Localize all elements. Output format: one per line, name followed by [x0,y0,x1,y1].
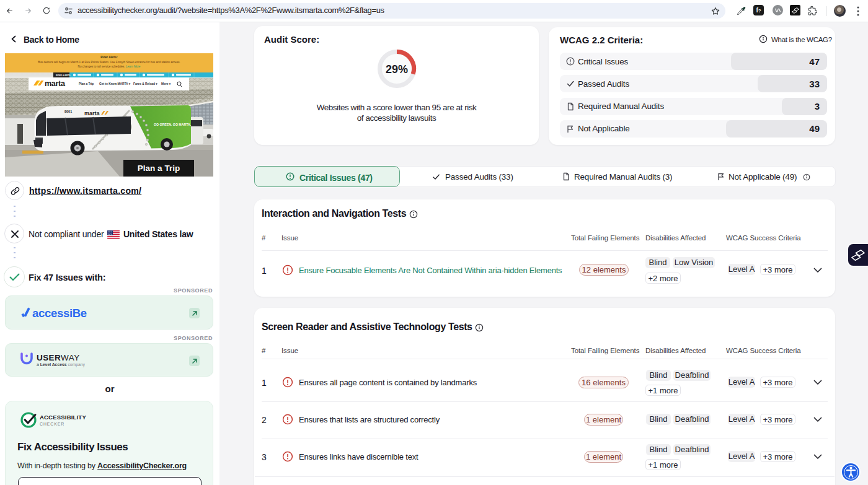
svg-text:Plan a Trip: Plan a Trip [138,164,180,173]
svg-text:a Level Access company: a Level Access company [37,362,86,367]
svg-text:CHECKER: CHECKER [40,422,64,426]
svg-text:USERWAY: USERWAY [37,353,80,362]
svg-text:8001: 8001 [64,110,72,113]
svg-text:Plan a Trip: Plan a Trip [79,82,94,85]
svg-text:accessiBe: accessiBe [32,307,87,320]
svg-text:RIDER ALERTS: RIDER ALERTS [56,74,70,77]
svg-text:Fares & Reload ▾: Fares & Reload ▾ [133,82,157,85]
svg-text:No changes to rail service sch: No changes to rail service schedules. Le… [78,65,141,68]
svg-text:Bus detours will begin on Marc: Bus detours will begin on March 1 at Fiv… [38,61,180,64]
svg-text:marta: marta [45,79,66,88]
svg-text:Get to Know MARTA ▾: Get to Know MARTA ▾ [99,82,131,85]
svg-text:ACCESSIBILITY: ACCESSIBILITY [40,414,86,421]
svg-text:marta: marta [84,110,100,116]
svg-text:29%: 29% [386,63,408,76]
svg-text:Rider Alerts:: Rider Alerts: [100,56,118,59]
svg-text:GO GREEN. GO MARTA.: GO GREEN. GO MARTA. [154,123,192,126]
svg-text:More ▾: More ▾ [161,82,171,85]
